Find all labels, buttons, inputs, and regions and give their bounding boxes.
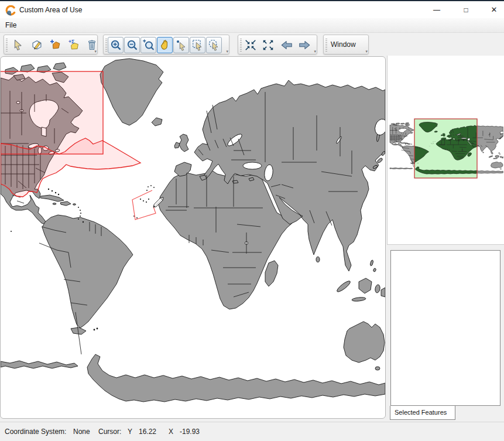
minimize-button[interactable]: — bbox=[428, 4, 445, 16]
zoom-in-extents-button[interactable] bbox=[243, 37, 258, 53]
toolbar-overflow-icon[interactable]: ▾ bbox=[94, 49, 97, 54]
toolbar-overflow-icon[interactable]: ▾ bbox=[226, 49, 228, 54]
cursor-arrow-icon bbox=[12, 39, 25, 52]
window-menu-button[interactable]: Window bbox=[331, 35, 356, 54]
app-logo-icon bbox=[5, 5, 16, 16]
cursor-y-label: Y bbox=[128, 428, 132, 436]
toolbar-group-window: Window ▾ bbox=[323, 35, 369, 54]
cursor-x-value: -19.93 bbox=[180, 428, 200, 436]
selected-features-tab[interactable]: Selected Features bbox=[390, 406, 455, 420]
zoom-window-icon bbox=[142, 39, 155, 52]
svg-text:+Σ: +Σ bbox=[68, 39, 74, 45]
toolbar-grip[interactable] bbox=[6, 39, 8, 52]
coordinate-system-value: None bbox=[73, 428, 90, 436]
select-point-button[interactable] bbox=[173, 37, 189, 53]
add-polygon-button[interactable] bbox=[48, 37, 63, 53]
overview-pane bbox=[387, 56, 504, 245]
toolbar-group-navigate: ▾ bbox=[103, 35, 229, 54]
select-rectangle-icon bbox=[191, 39, 204, 52]
select-ellipse-icon bbox=[208, 39, 221, 52]
polygon-plus-icon bbox=[49, 39, 62, 52]
arrows-inward-icon bbox=[244, 39, 258, 52]
forward-arrow-icon bbox=[297, 39, 311, 52]
toolbar-overflow-icon[interactable]: ▾ bbox=[365, 49, 368, 54]
status-bar: Coordinate System: None Cursor: Y 16.22 … bbox=[0, 422, 504, 441]
toolbar-group-extent: ▾ bbox=[238, 35, 317, 54]
delete-button[interactable] bbox=[84, 37, 100, 53]
atlantic-draft-polygon bbox=[132, 190, 156, 220]
toolbar: +Σ ▾ bbox=[0, 33, 504, 56]
cursor-label: Cursor: bbox=[98, 428, 121, 436]
zoom-in-icon bbox=[109, 39, 122, 52]
select-rectangle-button[interactable] bbox=[190, 37, 205, 53]
select-ellipse-button[interactable] bbox=[206, 37, 222, 53]
zoom-out-icon bbox=[126, 39, 139, 52]
toolbar-grip[interactable] bbox=[240, 39, 242, 52]
overview-map[interactable] bbox=[388, 56, 503, 244]
app-window: Custom Area of Use — □ ✕ File bbox=[0, 0, 504, 441]
polygon-sigma-icon: +Σ bbox=[68, 39, 81, 52]
zoom-full-extent-button[interactable] bbox=[260, 37, 276, 53]
zoom-window-button[interactable] bbox=[140, 37, 156, 53]
toolbar-grip[interactable] bbox=[325, 39, 327, 52]
select-point-icon bbox=[175, 39, 188, 52]
next-extent-button[interactable] bbox=[297, 37, 312, 53]
toolbar-group-draw: +Σ ▾ bbox=[4, 35, 98, 54]
menu-item-file[interactable]: File bbox=[0, 18, 22, 32]
menu-bar: File bbox=[0, 18, 504, 33]
maximize-button[interactable]: □ bbox=[457, 4, 475, 16]
back-arrow-icon bbox=[280, 39, 294, 52]
map-canvas[interactable] bbox=[0, 56, 386, 419]
toolbar-grip[interactable] bbox=[105, 39, 107, 52]
cursor-y-value: 16.22 bbox=[139, 428, 156, 436]
add-aggregate-polygon-button[interactable]: +Σ bbox=[67, 37, 82, 53]
window-title: Custom Area of Use bbox=[19, 6, 82, 14]
pencil-polygon-icon bbox=[30, 39, 43, 52]
select-tool-button[interactable] bbox=[11, 37, 26, 53]
coordinate-system-label: Coordinate System: bbox=[5, 428, 66, 436]
pan-hand-icon bbox=[159, 39, 172, 52]
zoom-in-button[interactable] bbox=[108, 37, 124, 53]
selected-features-list[interactable] bbox=[390, 250, 500, 406]
selected-features-tab-label: Selected Features bbox=[390, 406, 455, 419]
close-button[interactable]: ✕ bbox=[485, 4, 503, 16]
zoom-out-button[interactable] bbox=[124, 37, 140, 53]
title-bar: Custom Area of Use — □ ✕ bbox=[0, 1, 504, 18]
pan-button[interactable] bbox=[157, 37, 173, 53]
arrows-outward-icon bbox=[261, 39, 275, 52]
cursor-x-label: X bbox=[169, 428, 173, 436]
toolbar-overflow-icon[interactable]: ▾ bbox=[314, 49, 316, 54]
selected-features-pane: Selected Features bbox=[387, 246, 504, 422]
edit-shape-button[interactable] bbox=[29, 37, 44, 53]
previous-extent-button[interactable] bbox=[279, 37, 294, 53]
